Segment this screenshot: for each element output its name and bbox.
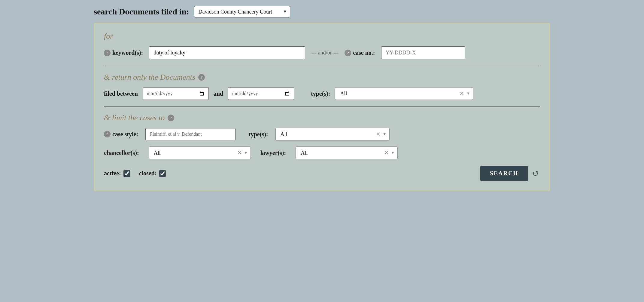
lawyer-clear-icon[interactable]: ✕: [384, 149, 389, 156]
page-title: search Documents filed in:: [94, 7, 189, 17]
closed-checkbox-group: closed:: [139, 170, 166, 177]
keyword-row: ? keyword(s): --- and/or --- ? case no.:: [104, 46, 540, 59]
case-type-clear-icon[interactable]: ✕: [376, 131, 381, 137]
case-style-input[interactable]: [145, 128, 235, 140]
court-select-wrapper: Davidson County Chancery Court Shelby Co…: [194, 6, 290, 17]
date-from-input[interactable]: [143, 87, 209, 100]
chancellor-label: chancellor(s):: [104, 149, 139, 156]
documents-section-header: & return only the Documents ?: [104, 73, 540, 82]
case-no-label: ? case no.:: [345, 49, 375, 56]
case-no-help-icon[interactable]: ?: [345, 50, 351, 56]
and-label: and: [214, 90, 223, 97]
active-checkbox-group: active:: [104, 170, 130, 177]
and-or-label: --- and/or ---: [311, 50, 339, 56]
case-style-label: ? case style:: [104, 131, 138, 138]
doc-type-clear-icon[interactable]: ✕: [460, 90, 464, 97]
doc-type-select[interactable]: All: [335, 87, 473, 100]
closed-checkbox[interactable]: [159, 170, 166, 177]
court-select[interactable]: Davidson County Chancery Court Shelby Co…: [194, 6, 290, 17]
search-button[interactable]: SEARCH: [480, 166, 528, 181]
case-style-help-icon[interactable]: ?: [104, 131, 111, 137]
closed-label: closed:: [139, 170, 157, 177]
chancellor-select[interactable]: All: [149, 146, 251, 159]
active-checkbox[interactable]: [123, 170, 130, 177]
for-section: for ? keyword(s): --- and/or --- ? case …: [104, 32, 540, 59]
reset-button[interactable]: ↺: [531, 168, 540, 179]
documents-section: & return only the Documents ? filed betw…: [104, 73, 540, 100]
lawyer-select-wrapper: All ✕ ▼: [296, 146, 398, 159]
limit-section-header: & limit the cases to ?: [104, 113, 540, 122]
filed-between-row: filed between and type(s): All ✕ ▼: [104, 87, 540, 100]
lawyer-label: lawyer(s):: [260, 149, 286, 156]
filed-between-label: filed between: [104, 90, 138, 97]
keyword-input[interactable]: [149, 46, 305, 59]
case-type-label: type(s):: [249, 131, 268, 138]
page-container: search Documents filed in: Davidson Coun…: [94, 6, 550, 191]
active-closed-row: active: closed: SEARCH ↺: [104, 166, 540, 181]
divider-1: [104, 66, 540, 66]
case-style-row: ? case style: type(s): All ✕ ▼: [104, 128, 540, 140]
chancellor-lawyer-row: chancellor(s): All ✕ ▼ lawyer(s): All ✕ …: [104, 146, 540, 159]
case-no-input[interactable]: [381, 46, 465, 59]
header-row: search Documents filed in: Davidson Coun…: [94, 6, 550, 17]
date-to-input[interactable]: [228, 87, 294, 100]
doc-type-label: type(s):: [311, 90, 330, 97]
keyword-label: ? keyword(s):: [104, 49, 143, 56]
lawyer-select[interactable]: All: [296, 146, 398, 159]
limit-section-label: & limit the cases to: [104, 113, 165, 122]
for-section-label: for: [104, 32, 540, 41]
case-type-select-wrapper: All ✕ ▼: [275, 128, 390, 140]
active-label: active:: [104, 170, 121, 177]
documents-help-icon[interactable]: ?: [198, 74, 205, 81]
chancellor-clear-icon[interactable]: ✕: [237, 149, 242, 156]
doc-type-select-wrapper: All ✕ ▼: [335, 87, 473, 100]
case-type-select[interactable]: All: [275, 128, 390, 140]
limit-help-icon[interactable]: ?: [168, 115, 174, 121]
divider-2: [104, 106, 540, 107]
limit-section: & limit the cases to ? ? case style: typ…: [104, 113, 540, 181]
chancellor-select-wrapper: All ✕ ▼: [149, 146, 251, 159]
documents-section-label: & return only the Documents: [104, 73, 195, 82]
search-button-area: SEARCH ↺: [480, 166, 540, 181]
keyword-help-icon[interactable]: ?: [104, 50, 111, 56]
search-panel: for ? keyword(s): --- and/or --- ? case …: [94, 23, 550, 191]
